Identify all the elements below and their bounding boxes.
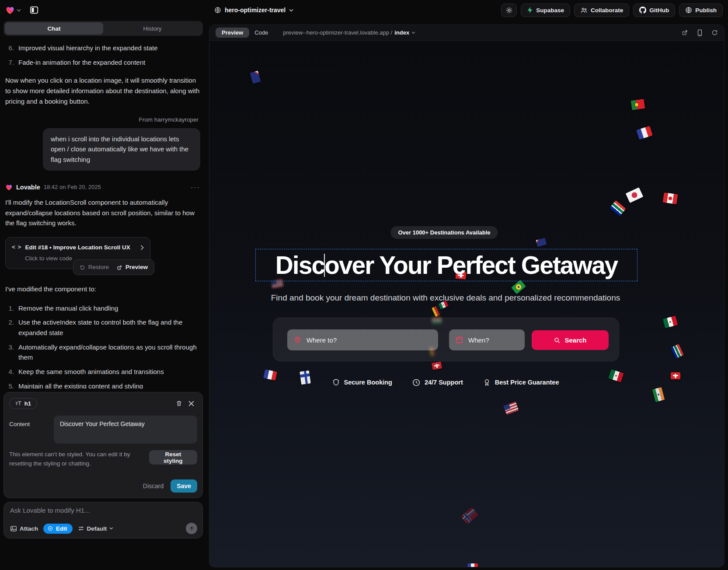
calendar-icon — [455, 336, 463, 344]
url-host: preview--hero-optimizer-travel.lovable.a… — [283, 29, 392, 36]
preview-viewport[interactable]: Over 1000+ Destinations Available Discov… — [209, 41, 724, 567]
github-button[interactable]: GitHub — [633, 3, 675, 17]
list-item: 3. Automatically expand/collapse locatio… — [5, 342, 200, 363]
restore-button[interactable]: Restore — [80, 262, 109, 272]
app-window: hero-optimizer-travel Supabase — [0, 0, 728, 570]
lovable-heart-icon — [5, 6, 15, 14]
list-number: 2. — [5, 317, 14, 338]
trash-icon — [176, 400, 182, 407]
project-selector[interactable]: hero-optimizer-travel — [214, 0, 293, 20]
globe-icon — [214, 7, 221, 14]
attach-button[interactable]: Attach — [10, 525, 38, 532]
search-label: Search — [564, 336, 586, 344]
settings-button[interactable] — [501, 3, 517, 17]
hero-section: Over 1000+ Destinations Available Discov… — [209, 41, 724, 567]
collaborate-label: Collaborate — [591, 7, 623, 14]
list-text: Keep the same smooth animations and tran… — [18, 367, 164, 377]
chevron-down-icon — [17, 9, 21, 12]
reset-styling-button[interactable]: Reset styling — [149, 450, 197, 465]
list-number: 1. — [5, 303, 14, 314]
feature-list: Secure Booking 24/7 Support Best Price G… — [332, 378, 559, 387]
mobile-view-button[interactable] — [697, 29, 703, 36]
list-text: Maintain all the existing content and st… — [18, 381, 143, 388]
list-number: 4. — [5, 367, 14, 377]
url-page: index — [394, 29, 409, 36]
arrow-up-icon — [189, 526, 195, 532]
close-icon — [188, 401, 194, 406]
hero-subtitle: Find and book your dream destination wit… — [271, 293, 620, 303]
destinations-badge: Over 1000+ Destinations Available — [390, 226, 498, 239]
where-field — [287, 329, 438, 350]
message-more-button[interactable]: ··· — [191, 182, 200, 193]
scroll-fade — [3, 36, 203, 40]
element-tag-pill[interactable]: тT h1 — [9, 398, 37, 409]
where-input[interactable] — [287, 329, 438, 350]
edit-mode-button[interactable]: Edit — [43, 524, 73, 534]
hero-title[interactable]: Discover Your Perfect Getaway — [275, 251, 618, 280]
preview-panel: Preview Code preview--hero-optimizer-tra… — [209, 24, 725, 567]
award-icon — [483, 378, 491, 387]
preview-version-button[interactable]: Preview — [117, 262, 148, 272]
preview-url[interactable]: preview--hero-optimizer-travel.lovable.a… — [283, 29, 415, 36]
open-external-button[interactable] — [682, 29, 688, 36]
sliders-icon — [78, 525, 84, 532]
collaborate-button[interactable]: Collaborate — [574, 3, 629, 17]
list-item: 6. Improved visual hierarchy in the expa… — [5, 43, 200, 53]
chevron-down-icon — [289, 9, 293, 12]
edit-version-card[interactable]: < > Edit #18 • Improve Location Scroll U… — [5, 237, 150, 269]
list-item: 5. Maintain all the existing content and… — [5, 381, 200, 388]
sidebar-tabs: Chat History — [3, 21, 203, 36]
edit-mode-label: Edit — [56, 525, 67, 532]
refresh-icon — [711, 29, 718, 36]
feature-support: 24/7 Support — [412, 378, 463, 387]
search-bar: Search — [273, 318, 619, 361]
supabase-label: Supabase — [536, 7, 564, 14]
shield-icon — [332, 378, 340, 387]
supabase-button[interactable]: Supabase — [521, 3, 570, 17]
chat-message-list[interactable]: 6. Improved visual hierarchy in the expa… — [3, 36, 203, 388]
message-timestamp: 18:42 on Feb 20, 2025 — [44, 183, 101, 192]
tab-history[interactable]: History — [103, 22, 202, 35]
sidebar-toggle-button[interactable] — [27, 3, 41, 17]
tab-code[interactable]: Code — [254, 29, 268, 36]
users-icon — [580, 7, 588, 14]
location-pin-icon — [293, 336, 302, 344]
lovable-logo-menu[interactable] — [5, 6, 21, 14]
list-text: Improved visual hierarchy in the expande… — [18, 43, 158, 53]
publish-button[interactable]: Publish — [679, 3, 723, 17]
styling-note: This element can't be styled. You can ed… — [9, 450, 143, 469]
feature-label: Best Price Guarantee — [495, 379, 559, 386]
discard-button[interactable]: Discard — [143, 483, 164, 490]
project-name: hero-optimizer-travel — [225, 7, 286, 14]
refresh-button[interactable] — [711, 29, 718, 36]
image-icon — [10, 525, 17, 532]
github-icon — [639, 7, 646, 14]
globe-icon — [685, 7, 692, 14]
lovable-heart-icon — [5, 184, 13, 191]
save-button[interactable]: Save — [171, 479, 197, 493]
chat-input[interactable] — [10, 507, 196, 514]
focus-icon — [47, 525, 53, 532]
chat-input-card: Attach Edit — [3, 502, 203, 539]
list-number: 3. — [5, 342, 14, 363]
send-button[interactable] — [186, 523, 197, 534]
list-item: 2. Use the activeIndex state to control … — [5, 317, 200, 338]
content-input[interactable]: Discover Your Perfect Getaway — [54, 416, 197, 444]
assistant-name: Lovable — [16, 182, 40, 192]
list-number: 7. — [5, 57, 14, 68]
when-field — [449, 329, 525, 350]
element-tag-name: h1 — [24, 400, 31, 407]
default-mode-button[interactable]: Default — [78, 525, 114, 532]
tab-chat[interactable]: Chat — [5, 22, 103, 35]
close-panel-button[interactable] — [185, 397, 197, 409]
version-actions: Restore Preview — [73, 259, 154, 275]
type-icon: тT — [15, 400, 21, 406]
assistant-header: Lovable 18:42 on Feb 20, 2025 ··· — [5, 182, 200, 193]
delete-element-button[interactable] — [173, 397, 185, 409]
github-label: GitHub — [649, 7, 669, 14]
search-icon — [554, 337, 561, 344]
modification-list: 1. Remove the manual click handling 2. U… — [5, 303, 200, 389]
assistant-paragraph: Now when you click on a location image, … — [5, 75, 200, 106]
search-button[interactable]: Search — [532, 330, 609, 350]
tab-preview[interactable]: Preview — [216, 28, 249, 38]
